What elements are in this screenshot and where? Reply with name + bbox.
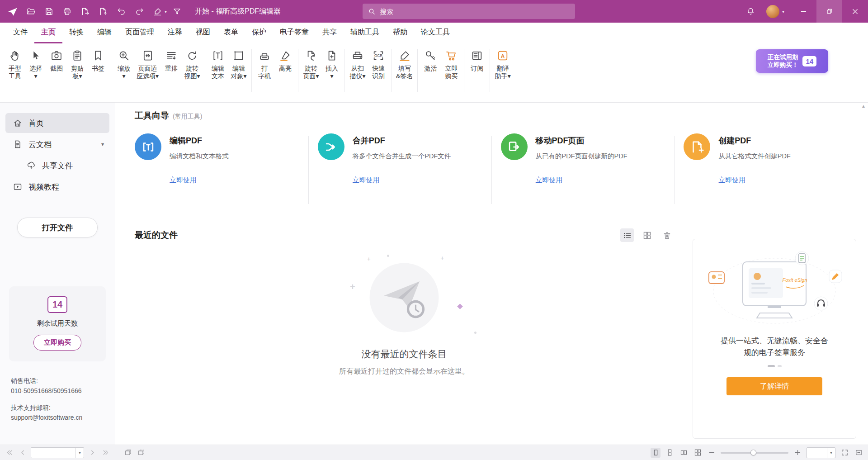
ribbon-snapshot[interactable]: 截图 [46, 48, 67, 74]
svg-text:OCR: OCR [374, 54, 382, 58]
zoom-out-icon[interactable] [707, 448, 717, 458]
ribbon-bookmark[interactable]: 书签 [88, 48, 108, 74]
menu-home[interactable]: 主页 [34, 23, 62, 43]
ribbon-rotate-view[interactable]: 旋转视图▾ [182, 48, 203, 81]
ribbon-typewriter[interactable]: 打字机 [254, 48, 275, 81]
carousel-dot-active[interactable] [768, 365, 775, 367]
print-icon[interactable] [59, 3, 75, 20]
restore-button[interactable] [816, 0, 842, 23]
prev-page-icon[interactable] [18, 448, 28, 458]
chevron-down-icon: ▾ [782, 9, 784, 14]
scrollbar-up-arrow[interactable]: ▲ [861, 104, 866, 109]
menu-organize[interactable]: 页面管理 [118, 23, 161, 43]
ribbon-highlight[interactable]: 高亮 [275, 48, 296, 74]
esign-icon[interactable] [149, 3, 165, 20]
ribbon-clipboard[interactable]: 剪贴板▾ [67, 48, 88, 81]
first-page-icon[interactable] [5, 448, 14, 458]
ribbon-reflow[interactable]: 重排 [161, 48, 182, 74]
foxit-logo-icon[interactable] [5, 3, 21, 20]
open-file-button[interactable]: 打开文件 [17, 218, 98, 237]
menu-protect[interactable]: 保护 [245, 23, 273, 43]
ribbon-rotate-pages[interactable]: 旋转页面▾ [301, 48, 321, 81]
search-input[interactable] [380, 8, 570, 15]
close-button[interactable] [842, 0, 868, 23]
delete-icon[interactable] [660, 228, 674, 242]
copy-page-icon[interactable] [136, 448, 146, 458]
merge-pdf-use-link[interactable]: 立即使用 [353, 176, 380, 185]
full-screen-icon[interactable] [840, 448, 849, 458]
grid-view-icon[interactable] [640, 228, 654, 242]
menu-paper-tools[interactable]: 论文工具 [414, 23, 457, 43]
ribbon-zoom[interactable]: 缩放▾ [113, 48, 134, 81]
ribbon-select[interactable]: 选择▾ [25, 48, 46, 81]
menu-view[interactable]: 视图 [189, 23, 217, 43]
recent-files-title: 最近的文件 [135, 229, 178, 241]
ribbon-hand-tool[interactable]: 手型工具 [5, 48, 25, 81]
menu-form[interactable]: 表单 [217, 23, 245, 43]
edit-pdf-use-link[interactable]: 立即使用 [170, 176, 197, 185]
save-icon[interactable] [41, 3, 57, 20]
filter-icon[interactable] [169, 3, 185, 20]
menu-accessibility[interactable]: 辅助工具 [344, 23, 386, 43]
undo-icon[interactable] [113, 3, 129, 20]
sidebar-item-video-tutorials[interactable]: 视频教程 [5, 177, 109, 197]
next-page-icon[interactable] [87, 448, 97, 458]
menu-share[interactable]: 共享 [316, 23, 344, 43]
fit-window-icon[interactable] [854, 448, 863, 458]
statusbar: ▾ ▾ [0, 445, 868, 460]
zoom-level-box[interactable]: ▾ [807, 447, 835, 458]
create-pdf-use-link[interactable]: 立即使用 [718, 176, 745, 185]
open-folder-icon[interactable] [23, 3, 39, 20]
sidebar-item-shared-files[interactable]: 共享文件 [5, 156, 109, 175]
chevron-down-icon[interactable]: ▾ [827, 448, 835, 458]
page-number-box[interactable]: ▾ [31, 447, 84, 458]
account-button[interactable]: ▾ [760, 0, 791, 23]
export-pdf-icon[interactable] [77, 3, 93, 20]
page-number-input[interactable] [31, 449, 75, 456]
facing-page-icon[interactable] [679, 448, 689, 458]
learn-more-button[interactable]: 了解详情 [726, 377, 822, 395]
ribbon-edit-text[interactable]: 编辑文本 [208, 48, 228, 81]
snapshot-icon[interactable] [123, 448, 133, 458]
ribbon-insert[interactable]: 插入▾ [321, 48, 342, 81]
continuous-page-icon[interactable] [665, 448, 675, 458]
menu-esign[interactable]: 电子签章 [273, 23, 316, 43]
ribbon-from-scanner[interactable]: 从扫描仪▾ [347, 48, 368, 81]
zoom-level-input[interactable] [807, 449, 827, 456]
trial-badge[interactable]: 正在试用期 立即购买！ 14 [756, 49, 828, 73]
tool-card-text: 创建PDF从其它格式文件创建PDF [718, 133, 791, 161]
ribbon-fill-sign[interactable]: 填写&签名 [394, 48, 415, 81]
sidebar-item-cloud-docs[interactable]: 云文档▾ [5, 134, 109, 154]
carousel-dot[interactable] [778, 365, 782, 367]
ribbon-page-fit-options[interactable]: 页面适应选项▾ [134, 48, 161, 81]
menu-file[interactable]: 文件 [6, 23, 34, 43]
search-box[interactable] [363, 4, 575, 19]
window-title: 开始 - 福昕高级PDF编辑器 [195, 7, 281, 16]
minimize-button[interactable] [791, 0, 816, 23]
carousel-dots[interactable] [693, 365, 856, 367]
ribbon-quick-ocr[interactable]: OCR快速识别 [368, 48, 389, 81]
ribbon-edit-object[interactable]: 编辑对象▾ [228, 48, 249, 81]
menu-help[interactable]: 帮助 [386, 23, 414, 43]
chevron-down-icon[interactable]: ▾ [75, 448, 84, 458]
bell-icon[interactable] [742, 0, 760, 23]
zoom-in-icon[interactable] [793, 448, 802, 458]
share-icon[interactable] [95, 3, 111, 20]
facing-continuous-icon[interactable] [693, 448, 703, 458]
last-page-icon[interactable] [100, 448, 110, 458]
sidebar-item-home[interactable]: 首页 [5, 113, 109, 133]
list-view-icon[interactable] [620, 228, 634, 242]
redo-icon[interactable] [131, 3, 147, 20]
single-page-icon[interactable] [651, 448, 660, 458]
zoom-slider-thumb[interactable] [750, 450, 756, 455]
menu-edit[interactable]: 编辑 [90, 23, 118, 43]
move-pdf-use-link[interactable]: 立即使用 [536, 176, 563, 185]
zoom-slider[interactable] [721, 452, 788, 454]
menu-convert[interactable]: 转换 [62, 23, 90, 43]
ribbon-activate[interactable]: 激活 [420, 48, 441, 74]
ribbon-buy-now[interactable]: 立即购买 [441, 48, 462, 81]
buy-now-button[interactable]: 立即购买 [33, 335, 81, 351]
ribbon-translate-assistant[interactable]: A翻译助手▾ [492, 48, 513, 81]
menu-comment[interactable]: 注释 [161, 23, 189, 43]
ribbon-subscribe[interactable]: 订阅 [467, 48, 487, 74]
